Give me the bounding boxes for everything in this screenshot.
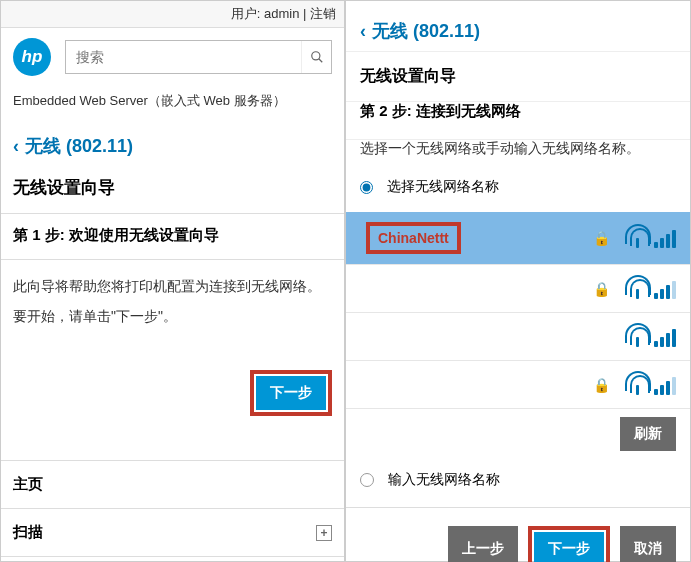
logout-link[interactable]: 注销	[310, 6, 336, 21]
search-button[interactable]	[301, 41, 331, 73]
hint-text: 选择一个无线网络或手动输入无线网络名称。	[346, 140, 690, 176]
prev-button[interactable]: 上一步	[448, 526, 518, 562]
expand-icon: +	[316, 525, 332, 541]
menu-label: 扫描	[13, 523, 43, 542]
highlight-box: 下一步	[250, 370, 332, 416]
wifi-signal-icon	[628, 327, 676, 347]
highlight-box: 下一步	[528, 526, 610, 562]
header-row: hp	[1, 28, 344, 86]
breadcrumb-label: 无线 (802.11)	[372, 19, 480, 43]
lock-icon: 🔒	[593, 230, 610, 246]
svg-line-1	[318, 59, 322, 63]
radio-manual-network[interactable]	[360, 473, 374, 487]
refresh-wrap: 刷新	[346, 409, 690, 457]
network-row[interactable]: 🔒	[346, 361, 690, 409]
network-list: ChinaNettt 🔒 🔒 🔒	[346, 212, 690, 409]
lock-icon: 🔒	[593, 377, 610, 393]
menu-item-home[interactable]: 主页	[1, 460, 344, 508]
top-bar: 用户: admin | 注销	[1, 1, 344, 28]
highlight-box: ChinaNettt	[366, 222, 461, 254]
left-panel: 用户: admin | 注销 hp Embedded Web Server（嵌入…	[0, 0, 345, 562]
chevron-left-icon: ‹	[13, 136, 19, 157]
option-label: 选择无线网络名称	[387, 178, 499, 196]
network-name: ChinaNettt	[366, 222, 593, 254]
wifi-signal-icon	[628, 228, 676, 248]
divider	[1, 213, 344, 214]
network-row[interactable]: 🔒	[346, 265, 690, 313]
step-label: 第 2 步: 连接到无线网络	[346, 102, 690, 139]
intro-line-1: 此向导将帮助您将打印机配置为连接到无线网络。	[1, 272, 344, 302]
next-button[interactable]: 下一步	[534, 532, 604, 562]
radio-select-network[interactable]	[360, 181, 373, 194]
next-wrap: 下一步	[1, 332, 344, 432]
user-label: 用户: admin	[231, 6, 300, 21]
network-row[interactable]: ChinaNettt 🔒	[346, 212, 690, 265]
search-input[interactable]	[66, 41, 301, 73]
chevron-left-icon: ‹	[360, 21, 366, 42]
hp-logo-icon: hp	[13, 38, 51, 76]
option-manual-network[interactable]: 输入无线网络名称	[346, 457, 690, 507]
page-title: 无线设置向导	[346, 52, 690, 101]
option-label: 输入无线网络名称	[388, 471, 500, 489]
wifi-signal-icon	[628, 279, 676, 299]
refresh-button[interactable]: 刷新	[620, 417, 676, 451]
step-label: 第 1 步: 欢迎使用无线设置向导	[1, 226, 344, 259]
menu-item-scan[interactable]: 扫描 +	[1, 508, 344, 557]
intro-line-2: 要开始，请单击"下一步"。	[1, 302, 344, 332]
menu-label: 主页	[13, 475, 43, 494]
footer-buttons: 上一步 下一步 取消	[346, 507, 690, 562]
search-icon	[310, 50, 324, 64]
next-button[interactable]: 下一步	[256, 376, 326, 410]
lock-icon: 🔒	[593, 281, 610, 297]
breadcrumb[interactable]: ‹ 无线 (802.11)	[1, 128, 344, 172]
page-title: 无线设置向导	[1, 172, 344, 213]
network-row[interactable]	[346, 313, 690, 361]
right-panel: ‹ 无线 (802.11) 无线设置向导 第 2 步: 连接到无线网络 选择一个…	[345, 0, 691, 562]
wifi-signal-icon	[628, 375, 676, 395]
cancel-button[interactable]: 取消	[620, 526, 676, 562]
option-select-network[interactable]: 选择无线网络名称	[346, 176, 690, 212]
divider	[1, 259, 344, 260]
svg-point-0	[311, 52, 319, 60]
breadcrumb[interactable]: ‹ 无线 (802.11)	[346, 1, 690, 51]
search-box	[65, 40, 332, 74]
server-subtitle: Embedded Web Server（嵌入式 Web 服务器）	[1, 86, 344, 128]
breadcrumb-label: 无线 (802.11)	[25, 134, 133, 158]
